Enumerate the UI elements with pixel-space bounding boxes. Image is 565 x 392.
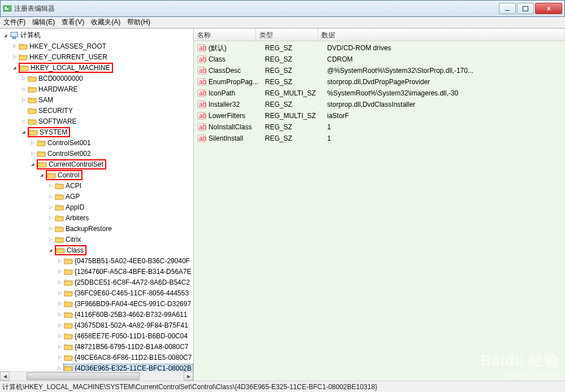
tree-item[interactable]: Class bbox=[1, 245, 193, 255]
tree-item[interactable]: AGP bbox=[1, 191, 193, 202]
value-row[interactable]: abLowerFiltersREG_MULTI_SZiaStorF bbox=[194, 110, 565, 121]
expand-icon[interactable] bbox=[47, 215, 54, 221]
expand-icon[interactable] bbox=[47, 225, 54, 232]
values-list[interactable]: ab(默认)REG_SZDVD/CD-ROM drivesabClassREG_… bbox=[194, 41, 565, 145]
menu-file[interactable]: 文件(F) bbox=[3, 18, 25, 27]
expand-icon[interactable] bbox=[47, 204, 54, 210]
expand-icon[interactable] bbox=[11, 54, 18, 60]
expand-icon[interactable] bbox=[56, 333, 63, 339]
expand-icon[interactable] bbox=[38, 172, 45, 178]
expand-icon[interactable] bbox=[20, 86, 27, 92]
minimize-button[interactable] bbox=[499, 3, 516, 14]
expand-icon[interactable] bbox=[20, 118, 27, 124]
tree-item[interactable]: {36FC9E60-C465-11CF-8056-444553 bbox=[1, 288, 193, 298]
tree-item[interactable]: BCD00000000 bbox=[1, 73, 193, 84]
value-row[interactable]: ab(默认)REG_SZDVD/CD-ROM drives bbox=[194, 42, 565, 54]
tree-label: ControlSet001 bbox=[47, 139, 91, 147]
expand-icon[interactable] bbox=[56, 354, 63, 360]
tree-item[interactable]: {1264760F-A5C8-4BFE-B314-D56A7E bbox=[1, 266, 193, 277]
value-row[interactable]: abIconPathREG_MULTI_SZ%SystemRoot%\Syste… bbox=[194, 88, 565, 99]
tree-item[interactable]: {0475BB51-5A02-4EE0-B36C-29040F bbox=[1, 255, 193, 266]
tree-item[interactable]: {25DBCE51-6C8F-4A72-8A6D-B54C2 bbox=[1, 277, 193, 288]
tree-item[interactable]: {4116F60B-25B3-4662-B732-99A611 bbox=[1, 309, 193, 320]
tree-item[interactable]: {43675D81-502A-4A82-9F84-B75F41 bbox=[1, 320, 193, 330]
expand-icon[interactable] bbox=[20, 75, 27, 81]
tree-item[interactable]: {4D36E965-E325-11CE-BFC1-08002B bbox=[1, 363, 193, 371]
tree-item[interactable]: {49CE6AC8-6F86-11D2-B1E5-0080C7 bbox=[1, 352, 193, 363]
col-type[interactable]: 类型 bbox=[256, 29, 318, 41]
menu-help[interactable]: 帮助(H) bbox=[127, 18, 150, 27]
tree-item[interactable]: {48721B56-6795-11D2-B1A8-0080C7 bbox=[1, 341, 193, 352]
menu-view[interactable]: 查看(V) bbox=[62, 18, 84, 27]
expand-icon[interactable] bbox=[56, 268, 63, 275]
tree-hscrollbar[interactable]: ◀ ▶ bbox=[0, 371, 193, 381]
expand-icon[interactable] bbox=[47, 193, 54, 199]
tree-item[interactable]: SOFTWARE bbox=[1, 116, 193, 127]
expand-icon[interactable] bbox=[20, 97, 27, 103]
folder-icon bbox=[64, 354, 73, 361]
expand-icon[interactable] bbox=[11, 64, 18, 71]
tree-label: SOFTWARE bbox=[38, 117, 77, 125]
tree-item[interactable]: SAM bbox=[1, 94, 193, 105]
value-name: Installer32 bbox=[208, 101, 265, 108]
value-row[interactable]: abInstaller32REG_SZstorprop.dll,DvdClass… bbox=[194, 99, 565, 110]
expand-icon[interactable] bbox=[29, 161, 36, 167]
tree-label: {25DBCE51-6C8F-4A72-8A6D-B54C2 bbox=[75, 278, 190, 286]
value-row[interactable]: abEnumPropPag...REG_SZstorprop.dll,DvdPr… bbox=[194, 76, 565, 88]
expand-icon[interactable] bbox=[56, 300, 63, 307]
tree-item[interactable]: SYSTEM bbox=[1, 127, 193, 137]
expand-icon[interactable] bbox=[56, 311, 63, 317]
value-row[interactable]: abSilentInstallREG_SZ1 bbox=[194, 133, 565, 144]
tree-item[interactable]: BackupRestore bbox=[1, 223, 193, 234]
svg-text:ab: ab bbox=[199, 44, 206, 52]
tree-item[interactable]: HKEY_CLASSES_ROOT bbox=[1, 41, 193, 51]
value-row[interactable]: abNoInstallClassREG_SZ1 bbox=[194, 121, 565, 133]
tree-item[interactable]: ControlSet001 bbox=[1, 137, 193, 148]
tree-label: BCD00000000 bbox=[38, 75, 83, 82]
scroll-right-icon[interactable]: ▶ bbox=[184, 372, 193, 381]
expand-icon[interactable] bbox=[56, 322, 63, 328]
expand-icon[interactable] bbox=[20, 129, 27, 135]
menu-edit[interactable]: 编辑(E) bbox=[32, 18, 55, 27]
expand-icon[interactable] bbox=[56, 258, 63, 264]
tree-item[interactable]: HARDWARE bbox=[1, 84, 193, 94]
col-data[interactable]: 数据 bbox=[318, 29, 565, 41]
col-name[interactable]: 名称 bbox=[194, 29, 256, 41]
value-row[interactable]: abClassREG_SZCDROM bbox=[194, 54, 565, 65]
tree-item[interactable]: ControlSet002 bbox=[1, 148, 193, 159]
tree-label: {48721B56-6795-11D2-B1A8-0080C7 bbox=[75, 343, 189, 351]
tree-item[interactable]: AppID bbox=[1, 202, 193, 212]
tree-item[interactable]: Control bbox=[1, 169, 193, 180]
tree-item[interactable]: SECURITY bbox=[1, 105, 193, 116]
scroll-thumb[interactable] bbox=[27, 372, 140, 380]
folder-icon bbox=[64, 332, 73, 340]
tree-item[interactable]: Citrix bbox=[1, 234, 193, 245]
expand-icon[interactable] bbox=[56, 365, 62, 371]
expand-icon[interactable] bbox=[56, 343, 63, 350]
expand-icon[interactable] bbox=[47, 182, 54, 189]
expand-icon[interactable] bbox=[2, 32, 8, 38]
close-button[interactable]: ✕ bbox=[535, 3, 562, 14]
tree-item[interactable]: Arbiters bbox=[1, 212, 193, 223]
tree-item[interactable]: CurrentControlSet bbox=[1, 159, 193, 169]
value-row[interactable]: abClassDescREG_SZ@%SystemRoot%\System32\… bbox=[194, 65, 565, 76]
tree-item[interactable]: ACPI bbox=[1, 180, 193, 191]
registry-tree[interactable]: 计算机HKEY_CLASSES_ROOTHKEY_CURRENT_USERHKE… bbox=[0, 29, 193, 371]
expand-icon[interactable] bbox=[29, 140, 36, 146]
maximize-button[interactable] bbox=[517, 3, 534, 14]
tree-item[interactable]: HKEY_CURRENT_USER bbox=[1, 51, 193, 62]
tree-item[interactable]: HKEY_LOCAL_MACHINE bbox=[1, 62, 193, 73]
tree-item[interactable]: {3F966BD9-FA04-4EC5-991C-D32697 bbox=[1, 298, 193, 309]
tree-item[interactable]: {4658EE7E-F050-11D1-B6BD-00C04 bbox=[1, 330, 193, 341]
scroll-left-icon[interactable]: ◀ bbox=[0, 372, 10, 381]
menu-favorites[interactable]: 收藏夹(A) bbox=[91, 18, 120, 27]
expand-icon[interactable] bbox=[29, 150, 36, 156]
expand-icon[interactable] bbox=[56, 279, 63, 285]
string-value-icon: ab bbox=[197, 134, 206, 143]
expand-icon[interactable] bbox=[11, 43, 18, 49]
expand-icon[interactable] bbox=[56, 290, 63, 296]
expand-icon[interactable] bbox=[47, 236, 54, 242]
scroll-track[interactable] bbox=[10, 372, 184, 381]
tree-root[interactable]: 计算机 bbox=[1, 30, 193, 41]
expand-icon[interactable] bbox=[47, 247, 54, 253]
